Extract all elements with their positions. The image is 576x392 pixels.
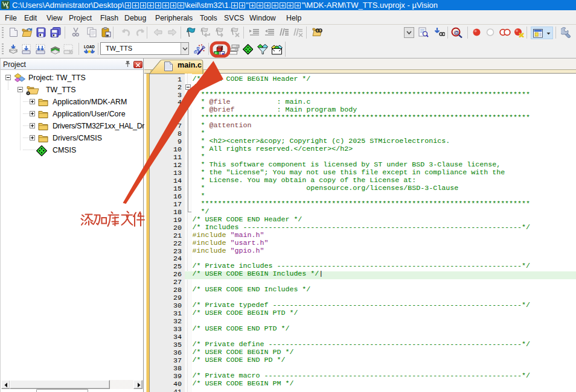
svg-text:@: @ bbox=[454, 30, 459, 36]
svg-text:LOAD: LOAD bbox=[84, 45, 95, 49]
svg-text:s: s bbox=[6, 5, 8, 9]
